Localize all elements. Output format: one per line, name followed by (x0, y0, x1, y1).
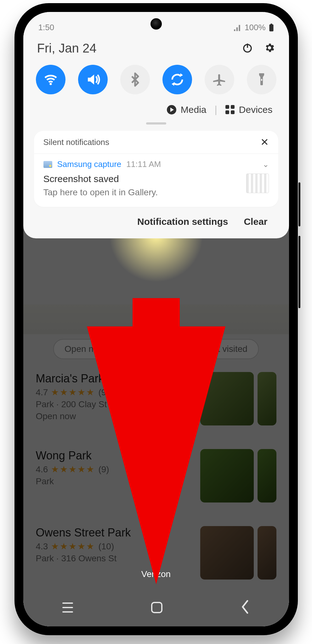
panel-date[interactable]: Fri, Jan 24 (37, 41, 97, 55)
svg-rect-1 (270, 24, 272, 25)
svg-rect-0 (269, 24, 273, 31)
nav-bar (23, 589, 289, 626)
notification-item[interactable]: Samsung capture 11:11 AM ⌄ Screenshot sa… (34, 154, 278, 207)
gear-icon[interactable] (264, 42, 275, 55)
nav-home-button[interactable] (151, 602, 162, 613)
devices-icon (225, 105, 235, 114)
svg-rect-5 (261, 79, 262, 81)
notification-settings-button[interactable]: Notification settings (137, 216, 228, 227)
notification-panel: 1:50 100% Fri, Jan 24 (23, 12, 289, 238)
signal-icon (233, 24, 241, 31)
carrier-label: Verizon (23, 569, 289, 579)
silent-notifications-card: Silent notifications ✕ Samsung capture 1… (34, 131, 278, 207)
status-time: 1:50 (38, 23, 54, 32)
notification-thumbnail (246, 174, 269, 193)
side-key (298, 236, 300, 308)
notification-time: 11:11 AM (126, 159, 161, 169)
devices-button[interactable]: Devices (225, 104, 273, 115)
notification-subtitle: Tap here to open it in Gallery. (43, 187, 158, 197)
wifi-toggle[interactable] (36, 65, 65, 94)
notification-title: Screenshot saved (43, 174, 158, 184)
nav-back-button[interactable] (241, 600, 250, 615)
nav-recents-button[interactable] (62, 602, 73, 613)
close-icon[interactable]: ✕ (260, 137, 269, 147)
battery-icon (269, 24, 274, 32)
chevron-down-icon[interactable]: ⌄ (263, 160, 269, 169)
airplane-toggle[interactable] (205, 65, 234, 94)
silent-header: Silent notifications (43, 137, 110, 147)
front-camera (150, 18, 162, 30)
autorotate-toggle[interactable] (162, 65, 192, 94)
phone-frame: Open now Haven't visited Marcia's Park 4… (14, 3, 298, 635)
svg-point-4 (49, 83, 52, 85)
quick-settings-row (34, 65, 278, 104)
power-icon[interactable] (242, 42, 253, 55)
play-icon (167, 105, 176, 114)
side-key (298, 182, 300, 226)
clear-button[interactable]: Clear (244, 216, 267, 227)
sound-toggle[interactable] (78, 65, 108, 94)
bluetooth-toggle[interactable] (120, 65, 150, 94)
app-icon (43, 161, 52, 168)
drag-handle[interactable] (146, 122, 166, 125)
media-button[interactable]: Media (167, 104, 207, 115)
flashlight-toggle[interactable] (247, 65, 276, 94)
screen: Open now Haven't visited Marcia's Park 4… (23, 12, 289, 626)
notification-app-name: Samsung capture (57, 159, 122, 169)
battery-label: 100% (245, 23, 266, 32)
